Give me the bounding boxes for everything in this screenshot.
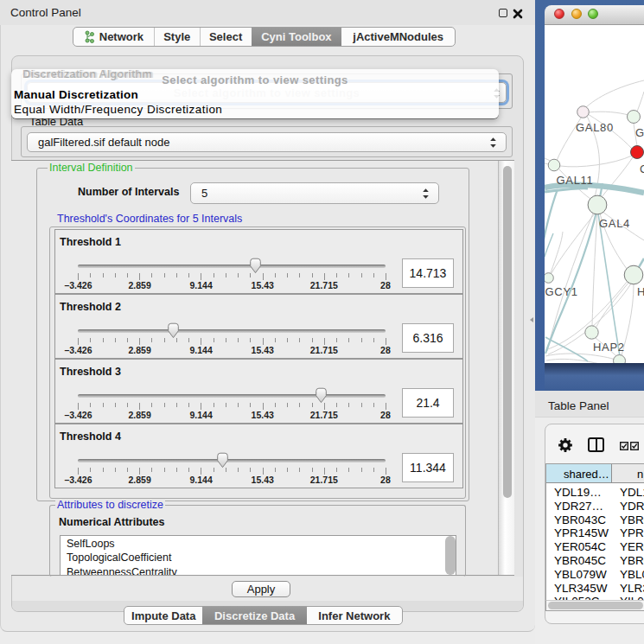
svg-text:GAL80: GAL80 [576,121,614,134]
svg-text:GAL4: GAL4 [599,217,630,230]
svg-text:G.: G. [635,126,644,139]
svg-text:H: H [637,285,644,298]
svg-text:GAL11: GAL11 [557,174,594,187]
svg-text:GCY1: GCY1 [545,285,578,298]
svg-text:C: C [640,163,644,175]
svg-text:HAP2: HAP2 [593,341,625,354]
